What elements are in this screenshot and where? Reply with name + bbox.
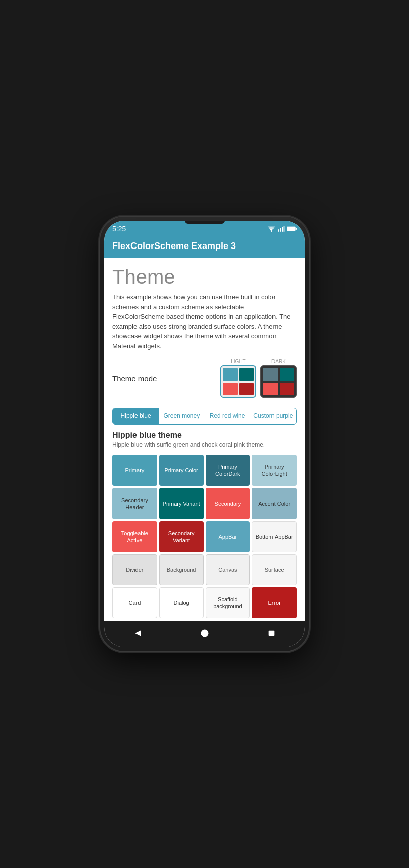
content-area: Theme This example shows how you can use…	[104, 258, 305, 621]
tile-bottom-appbar: Bottom AppBar	[252, 521, 297, 552]
status-time: 5:25	[112, 225, 126, 233]
dark-cell-2	[280, 368, 295, 381]
tab-hippie-blue[interactable]: Hippie blue	[113, 408, 159, 424]
dark-label: DARK	[271, 359, 286, 364]
svg-rect-3	[282, 227, 283, 232]
nav-home-button[interactable]	[198, 626, 212, 640]
theme-description: This example shows how you can use three…	[112, 292, 297, 351]
wifi-icon	[267, 226, 276, 232]
svg-point-0	[271, 231, 272, 232]
tile-appbar: AppBar	[206, 521, 250, 552]
theme-heading: Theme	[112, 266, 297, 288]
tile-secondary-header: Secondary Header	[112, 488, 157, 519]
selected-theme-desc: Hippie blue with surfie green and chock …	[112, 441, 297, 449]
recents-icon	[267, 629, 276, 637]
svg-point-9	[201, 630, 208, 637]
tile-primary-color-light: Primary ColorLight	[252, 455, 297, 486]
tile-dialog: Dialog	[159, 587, 204, 618]
signal-icon	[278, 226, 285, 232]
tile-error: Error	[252, 587, 297, 618]
tile-canvas: Canvas	[206, 554, 250, 585]
tile-accent-color: Accent Color	[252, 488, 297, 519]
back-icon	[133, 629, 143, 638]
dark-cell-1	[263, 368, 278, 381]
bottom-nav	[104, 621, 305, 647]
svg-rect-7	[296, 228, 297, 230]
camera-notch	[185, 221, 225, 224]
app-bar: FlexColorScheme Example 3	[104, 235, 305, 258]
tile-scaffold-background: Scaffold background	[206, 587, 250, 618]
status-bar: 5:25	[104, 221, 305, 235]
svg-rect-1	[278, 229, 279, 232]
selected-theme-name: Hippie blue theme	[112, 431, 297, 440]
theme-mode-row: Theme mode LIGHT	[112, 359, 297, 398]
tile-divider: Divider	[112, 554, 157, 585]
scroll-content[interactable]: Theme This example shows how you can use…	[104, 258, 305, 621]
tile-primary-color: Primary Color	[159, 455, 204, 486]
svg-rect-10	[268, 631, 274, 636]
theme-swatches: LIGHT DARK	[220, 359, 297, 398]
app-bar-title: FlexColorScheme Example 3	[112, 241, 297, 252]
tile-background: Background	[159, 554, 204, 585]
tile-primary: Primary	[112, 455, 157, 486]
phone-inner: 5:25	[104, 221, 305, 647]
svg-rect-2	[280, 228, 281, 232]
light-cell-2	[239, 368, 254, 381]
home-icon	[200, 629, 209, 638]
color-grid: Primary Primary Color Primary ColorDark …	[112, 455, 297, 618]
dark-swatch[interactable]	[260, 365, 297, 398]
light-swatch[interactable]	[220, 365, 256, 398]
svg-rect-4	[283, 226, 285, 232]
theme-mode-label: Theme mode	[112, 374, 157, 383]
tab-red-red-wine[interactable]: Red red wine	[205, 408, 250, 424]
dark-cell-3	[263, 383, 278, 396]
light-cell-4	[239, 383, 254, 396]
nav-back-button[interactable]	[131, 626, 145, 640]
tab-custom-purple[interactable]: Custom purple	[250, 408, 296, 424]
svg-rect-6	[287, 227, 295, 231]
tile-primary-variant: Primary Variant	[159, 488, 204, 519]
status-icons	[267, 226, 297, 232]
dark-cell-4	[280, 383, 295, 396]
tab-green-money[interactable]: Green money	[159, 408, 204, 424]
light-cell-1	[223, 368, 238, 381]
tile-primary-color-dark: Primary ColorDark	[206, 455, 250, 486]
phone-frame: 5:25	[100, 217, 309, 651]
svg-marker-8	[135, 630, 141, 636]
tile-secondary-variant: Secondary Variant	[159, 521, 204, 552]
tile-surface: Surface	[252, 554, 297, 585]
theme-tabs: Hippie blue Green money Red red wine Cus…	[112, 408, 297, 425]
tile-secondary: Secondary	[206, 488, 250, 519]
battery-icon	[287, 226, 297, 232]
light-swatch-wrapper: LIGHT	[220, 359, 256, 398]
tile-toggleable-active: Toggleable Active	[112, 521, 157, 552]
dark-swatch-wrapper: DARK	[260, 359, 297, 398]
light-label: LIGHT	[231, 359, 245, 364]
nav-recents-button[interactable]	[264, 626, 279, 640]
tile-card: Card	[112, 587, 157, 618]
light-cell-3	[223, 383, 238, 396]
